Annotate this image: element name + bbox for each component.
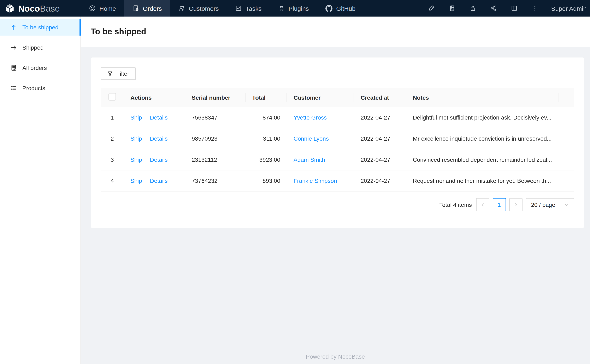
details-link[interactable]: Details — [150, 135, 168, 142]
pagination-prev-button[interactable] — [476, 198, 489, 211]
lock-icon[interactable] — [463, 0, 483, 17]
serial-number-cell: 75638347 — [185, 107, 245, 128]
customer-cell: Adam Smith — [287, 149, 354, 170]
created-at-cell: 2022-04-27 — [354, 107, 406, 128]
nav-item-github[interactable]: GitHub — [317, 0, 364, 17]
page-size-value: 20 / page — [531, 202, 555, 208]
sidebar-item-shipped[interactable]: Shipped — [0, 39, 80, 56]
main-area: To be shipped Filter — [81, 17, 590, 364]
database-icon[interactable] — [442, 0, 463, 17]
column-header-customer: Customer — [287, 88, 354, 107]
top-navbar: NocoBase Home Orders — [0, 0, 590, 17]
robot-icon — [278, 5, 285, 12]
nav-item-label: Home — [99, 5, 116, 12]
nav-item-label: Plugins — [288, 5, 309, 12]
check-square-icon — [235, 5, 242, 12]
row-actions: ShipDetails — [124, 107, 185, 128]
serial-number-cell: 98570923 — [185, 128, 245, 149]
page-title: To be shipped — [91, 27, 146, 36]
created-at-cell: 2022-04-27 — [354, 128, 406, 149]
customer-link[interactable]: Yvette Gross — [293, 114, 327, 121]
created-at-cell: 2022-04-27 — [354, 149, 406, 170]
filler-cell — [559, 170, 574, 191]
sidebar-item-to-be-shipped[interactable]: To be shipped — [0, 19, 81, 36]
details-link[interactable]: Details — [150, 177, 168, 184]
unordered-list-icon — [10, 85, 17, 91]
customer-cell: Frankie Simpson — [287, 170, 354, 191]
nocobase-logo[interactable]: NocoBase — [0, 3, 81, 13]
select-all-checkbox[interactable] — [108, 93, 116, 101]
github-icon — [325, 5, 332, 12]
pagination-total: Total 4 items — [439, 202, 472, 208]
nav-item-home[interactable]: Home — [81, 0, 124, 17]
arrow-right-icon — [10, 44, 17, 51]
table-row: 4 ShipDetails 73764232 893.00 Frankie Si… — [101, 170, 574, 191]
chevron-right-icon — [513, 202, 518, 207]
pagination-page-1[interactable]: 1 — [492, 198, 506, 211]
pagination-next-button[interactable] — [509, 198, 522, 211]
filler-cell — [559, 107, 574, 128]
nav-item-orders[interactable]: Orders — [124, 0, 170, 17]
row-index: 4 — [101, 170, 124, 191]
ellipsis-vertical-icon[interactable] — [524, 0, 545, 17]
row-index: 3 — [101, 149, 124, 170]
customer-link[interactable]: Connie Lyons — [293, 135, 329, 142]
customer-link[interactable]: Adam Smith — [293, 156, 325, 163]
ship-link[interactable]: Ship — [130, 135, 142, 142]
total-cell: 3923.00 — [245, 149, 287, 170]
highlighter-icon[interactable] — [421, 0, 442, 17]
nav-actions: Super Admin — [421, 0, 590, 17]
ship-link[interactable]: Ship — [130, 177, 142, 184]
orders-table: Actions Serial number Total Customer Cre… — [101, 88, 574, 192]
content-area: Filter Actions Serial number — [81, 47, 590, 364]
smile-icon — [89, 5, 96, 12]
page-size-select[interactable]: 20 / page — [526, 198, 574, 211]
ship-link[interactable]: Ship — [130, 114, 142, 121]
column-header-notes: Notes — [406, 88, 559, 107]
serial-number-cell: 23132112 — [185, 149, 245, 170]
chevron-down-icon — [564, 202, 569, 207]
nav-item-customers[interactable]: Customers — [170, 0, 227, 17]
app-window: NocoBase Home Orders — [0, 0, 590, 364]
notes-cell: Convinced resembled dependent remainder … — [406, 149, 559, 170]
notes-cell: Request norland neither mistake for yet.… — [406, 170, 559, 191]
sidebar-item-all-orders[interactable]: All orders — [0, 59, 80, 76]
sidebar-item-products[interactable]: Products — [0, 80, 80, 96]
logo-text: NocoBase — [18, 4, 60, 13]
row-actions: ShipDetails — [124, 149, 185, 170]
sidebar: To be shipped Shipped All orders — [0, 17, 81, 364]
filter-button-label: Filter — [116, 70, 129, 77]
action-divider — [146, 136, 146, 142]
total-cell: 893.00 — [245, 170, 287, 191]
sidebar-item-label: Products — [22, 85, 45, 91]
action-divider — [146, 157, 146, 162]
nav-item-plugins[interactable]: Plugins — [270, 0, 317, 17]
row-index: 1 — [101, 107, 124, 128]
apartment-icon[interactable] — [483, 0, 504, 17]
nav-item-tasks[interactable]: Tasks — [227, 0, 270, 17]
pagination: Total 4 items 1 — [101, 198, 574, 211]
table-body: 1 ShipDetails 75638347 874.00 Yvette Gro… — [101, 107, 574, 191]
filter-button[interactable]: Filter — [101, 67, 136, 80]
ship-link[interactable]: Ship — [130, 156, 142, 163]
nav-item-label: Tasks — [246, 5, 262, 12]
details-link[interactable]: Details — [150, 156, 168, 163]
nav-item-label: Orders — [143, 5, 162, 12]
row-actions: ShipDetails — [124, 170, 185, 191]
column-header-total: Total — [245, 88, 287, 107]
column-header-actions: Actions — [124, 88, 185, 107]
user-menu[interactable]: Super Admin — [545, 5, 590, 12]
row-index: 2 — [101, 128, 124, 149]
action-divider — [146, 115, 146, 120]
filler-cell — [559, 128, 574, 149]
notes-cell: Delightful met sufficient projection ask… — [406, 107, 559, 128]
column-header-filler — [559, 88, 574, 107]
customer-link[interactable]: Frankie Simpson — [293, 177, 337, 184]
layout-icon[interactable] — [504, 0, 524, 17]
serial-number-cell: 73764232 — [185, 170, 245, 191]
table-row: 3 ShipDetails 23132112 3923.00 Adam Smit… — [101, 149, 574, 170]
team-icon — [179, 5, 185, 12]
details-link[interactable]: Details — [150, 114, 168, 121]
total-cell: 874.00 — [245, 107, 287, 128]
nocobase-cube-icon — [5, 3, 15, 13]
